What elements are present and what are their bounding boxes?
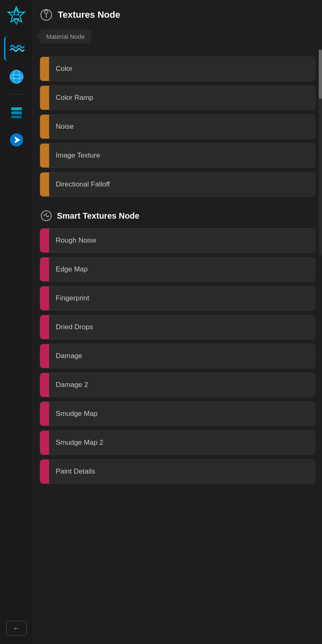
smart-textures-header: Smart Textures Node <box>40 209 315 222</box>
node-item-label: Damage 2 <box>49 381 88 389</box>
textures-node-icon <box>40 8 53 21</box>
node-item-label: Smudge Map <box>49 410 97 418</box>
sidebar-item-sphere[interactable] <box>4 64 29 89</box>
node-item-label: Image Texture <box>49 151 100 160</box>
back-icon: ← <box>13 624 20 633</box>
smart-textures-icon <box>40 209 53 222</box>
tooltip-text: Material Node <box>46 33 85 40</box>
node-item-label: Fingerprint <box>49 294 89 302</box>
textures-node-list: Color Color Ramp Noise Image Texture Dir… <box>40 57 315 197</box>
node-color-bar <box>40 315 49 339</box>
textures-node-item[interactable]: Color Ramp <box>40 85 315 110</box>
header: Textures Node <box>40 8 315 21</box>
app-logo[interactable] <box>4 4 29 29</box>
smart-textures-node-item[interactable]: Edge Map <box>40 257 315 282</box>
textures-node-title: Textures Node <box>58 9 120 20</box>
smart-textures-node-item[interactable]: Fingerprint <box>40 286 315 311</box>
node-item-label: Color Ramp <box>49 94 93 102</box>
node-color-bar <box>40 460 49 484</box>
material-node-tooltip: Material Node <box>40 30 91 43</box>
sidebar-item-arrow[interactable] <box>4 127 29 152</box>
node-color-bar <box>40 144 49 167</box>
sidebar-bottom: ← <box>6 621 27 636</box>
node-color-bar <box>40 172 49 196</box>
smart-textures-node-item[interactable]: Smudge Map <box>40 401 315 426</box>
svg-rect-7 <box>11 107 22 110</box>
node-color-bar <box>40 86 49 110</box>
node-item-label: Noise <box>49 123 73 131</box>
textures-node-item[interactable]: Color <box>40 57 315 81</box>
textures-node-item[interactable]: Image Texture <box>40 143 315 168</box>
sidebar-item-layers[interactable] <box>4 99 29 124</box>
svg-point-14 <box>45 10 48 14</box>
smart-textures-node-item[interactable]: Dried Drops <box>40 315 315 340</box>
node-item-label: Directional Falloff <box>49 180 110 189</box>
textures-node-item[interactable]: Directional Falloff <box>40 172 315 197</box>
smart-textures-title: Smart Textures Node <box>57 211 140 221</box>
smart-textures-node-list: Rough Noise Edge Map Fingerprint Dried D… <box>40 228 315 484</box>
scrollbar-thumb[interactable] <box>319 50 322 99</box>
svg-rect-8 <box>11 111 22 114</box>
node-item-label: Damage <box>49 352 82 360</box>
svg-rect-12 <box>13 139 16 141</box>
node-color-bar <box>40 402 49 426</box>
scrollbar[interactable] <box>319 50 322 256</box>
node-color-bar <box>40 229 49 252</box>
node-color-bar <box>40 344 49 368</box>
node-color-bar <box>40 286 49 310</box>
sidebar-divider <box>8 94 25 94</box>
main-content: Textures Node Material Node Color Color … <box>33 0 322 644</box>
back-button[interactable]: ← <box>6 621 27 636</box>
smart-textures-section: Smart Textures Node Rough Noise Edge Map… <box>40 209 315 484</box>
node-item-label: Rough Noise <box>49 236 96 245</box>
node-color-bar <box>40 431 49 455</box>
node-item-label: Edge Map <box>49 265 88 274</box>
node-color-bar <box>40 373 49 397</box>
smart-textures-node-item[interactable]: Damage 2 <box>40 373 315 397</box>
node-item-label: Color <box>49 65 73 73</box>
node-color-bar <box>40 257 49 281</box>
svg-rect-9 <box>11 116 22 118</box>
node-item-label: Dried Drops <box>49 323 93 331</box>
sidebar-item-waves[interactable] <box>4 36 29 61</box>
node-color-bar <box>40 57 49 81</box>
smart-textures-node-item[interactable]: Smudge Map 2 <box>40 430 315 455</box>
node-item-label: Smudge Map 2 <box>49 439 103 447</box>
node-item-label: Paint Details <box>49 467 95 476</box>
smart-textures-node-item[interactable]: Damage <box>40 344 315 368</box>
smart-textures-node-item[interactable]: Rough Noise <box>40 228 315 253</box>
node-color-bar <box>40 115 49 139</box>
smart-textures-node-item[interactable]: Paint Details <box>40 459 315 484</box>
textures-node-item[interactable]: Noise <box>40 114 315 139</box>
sidebar: ← <box>0 0 33 644</box>
